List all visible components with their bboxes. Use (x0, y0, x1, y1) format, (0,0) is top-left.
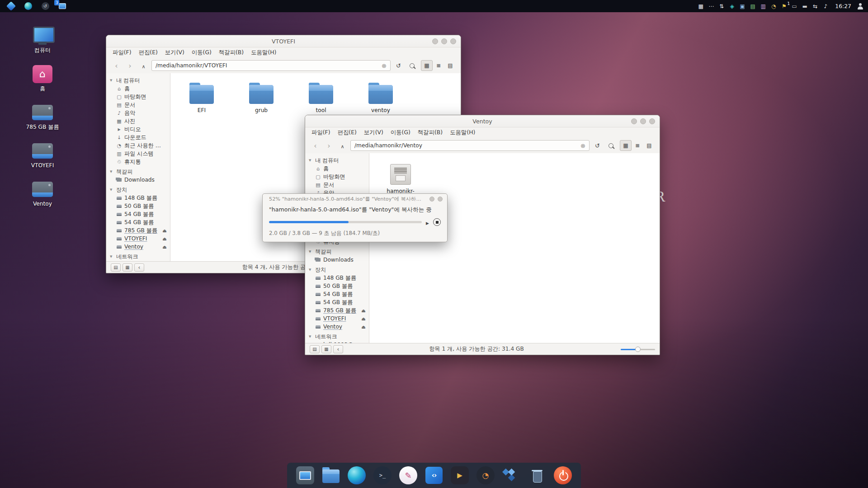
forward-button[interactable] (124, 60, 136, 71)
zoom-slider[interactable] (621, 346, 655, 352)
places-toggle-button[interactable] (310, 345, 320, 353)
sidebar-item[interactable]: 바탕화면 (106, 93, 170, 101)
list-view-button[interactable] (632, 140, 643, 151)
sidebar-item[interactable]: 내 컴퓨터 (106, 76, 170, 84)
expander-icon[interactable] (309, 333, 313, 340)
sidebar-item[interactable]: 홈 (106, 84, 170, 93)
close-button[interactable] (649, 118, 655, 124)
sidebar-item[interactable]: 네트워크 (106, 253, 170, 261)
sidebar-item[interactable]: 54 GB 볼륨 (106, 210, 170, 218)
sidebar-item[interactable]: Ventoy (106, 243, 170, 251)
desktop-icon-ventoy[interactable]: Ventoy (22, 174, 63, 207)
back-button[interactable] (310, 140, 321, 151)
compact-view-button[interactable] (643, 140, 655, 151)
sidebar-item[interactable]: 148 GB 볼륨 (106, 194, 170, 202)
sidebar-item[interactable]: 장치 (106, 186, 170, 194)
menu-item[interactable]: 파일(F) (109, 48, 135, 57)
icon-view-button[interactable] (421, 60, 433, 71)
eject-icon[interactable] (161, 244, 168, 249)
printer-icon[interactable] (791, 0, 797, 12)
menu-item[interactable]: 도움말(H) (247, 48, 280, 57)
sidebar-item[interactable]: 785 GB 볼륨 (305, 306, 369, 314)
menu-item[interactable]: 이동(G) (387, 128, 414, 137)
clock[interactable]: 16:27 (835, 3, 851, 9)
removable-media-icon[interactable] (802, 0, 808, 12)
user-icon[interactable] (857, 3, 863, 10)
dock-text-editor-icon[interactable] (398, 465, 418, 485)
input-language-icon[interactable]: 1 (781, 0, 787, 12)
maximize-button[interactable] (441, 38, 447, 44)
sidebar-item[interactable]: 음악 (106, 109, 170, 117)
search-button[interactable] (605, 140, 617, 151)
sidebar-item[interactable]: 54 GB 볼륨 (106, 218, 170, 226)
expander-icon[interactable] (110, 169, 114, 175)
clear-path-icon[interactable] (382, 62, 387, 69)
zoom-slider-handle[interactable] (635, 347, 641, 352)
sidebar-item[interactable]: 책갈피 (106, 168, 170, 176)
minimize-button[interactable] (432, 38, 438, 44)
minimize-button[interactable] (429, 197, 434, 202)
treeview-toggle-button[interactable] (321, 345, 331, 353)
file-item[interactable]: tool (302, 82, 340, 114)
sidebar-item[interactable]: 148 GB 볼륨 (305, 274, 369, 282)
titlebar[interactable]: VTOYEFI (106, 35, 461, 47)
menu-item[interactable]: 보기(V) (360, 128, 387, 137)
timer-icon[interactable] (770, 0, 777, 12)
expander-icon[interactable] (110, 77, 114, 84)
desktop-icon-volume-785[interactable]: 785 GB 볼륨 (22, 97, 63, 130)
menu-item[interactable]: 이동(G) (188, 48, 215, 57)
eject-icon[interactable] (360, 308, 367, 313)
minimize-button[interactable] (631, 118, 637, 124)
menu-item[interactable]: 파일(F) (308, 128, 334, 137)
path-input[interactable]: /media/hamonikr/Ventoy (350, 140, 590, 151)
dock-whale-browser-icon[interactable] (347, 465, 367, 485)
list-view-button[interactable] (433, 60, 444, 71)
up-button[interactable] (138, 60, 149, 71)
search-button[interactable] (406, 60, 418, 71)
expander-icon[interactable] (309, 267, 313, 273)
path-input[interactable]: /media/hamonikr/VTOYEFI (151, 60, 391, 71)
sidebar-item[interactable]: 54 GB 볼륨 (305, 290, 369, 298)
titlebar[interactable]: Ventoy (305, 115, 660, 127)
dock-files-icon[interactable] (321, 465, 341, 485)
dock-media-player-icon[interactable] (450, 465, 470, 485)
updown-arrows-icon[interactable] (718, 0, 725, 12)
expander-icon[interactable] (110, 253, 114, 260)
toggle-location-entry-button[interactable] (592, 140, 603, 151)
dock-vscode-icon[interactable] (424, 465, 444, 485)
file-area[interactable]: hamonikr-hanla-5.0-amd64.iso (369, 153, 660, 343)
desktop-icon-vtoyefi[interactable]: VTOYEFI (22, 135, 63, 169)
shield-icon[interactable] (729, 0, 735, 12)
compact-view-button[interactable] (444, 60, 456, 71)
desktop-icon-computer[interactable]: 컴퓨터 (22, 20, 63, 53)
eject-icon[interactable] (161, 228, 168, 233)
sidebar-item[interactable]: 비디오 (106, 125, 170, 133)
close-button[interactable] (438, 197, 443, 202)
toggle-location-entry-button[interactable] (393, 60, 404, 71)
sidebar-item[interactable]: 휴지통 (106, 158, 170, 166)
forward-button[interactable] (323, 140, 335, 151)
collapse-sidebar-button[interactable] (333, 345, 343, 353)
sidebar-item[interactable]: 네트워크 (305, 333, 369, 341)
back-button[interactable] (111, 60, 122, 71)
menu-item[interactable]: 편집(E) (334, 128, 360, 137)
window-list-icon[interactable]: 3 (58, 2, 67, 11)
whale-browser-icon[interactable] (24, 2, 33, 11)
sidebar-item[interactable]: 문서 (305, 181, 369, 189)
volume-icon[interactable] (822, 0, 829, 12)
sidebar-item[interactable]: 사진 (106, 117, 170, 125)
pause-button[interactable] (426, 218, 429, 226)
display-settings-icon[interactable] (739, 0, 745, 12)
clear-path-icon[interactable] (580, 142, 585, 149)
expander-icon[interactable] (309, 157, 313, 164)
sidebar-item[interactable]: 홈 (305, 164, 369, 173)
dock-terminal-icon[interactable] (373, 465, 392, 485)
menu-item[interactable]: 책갈피(B) (414, 128, 446, 137)
sidebar-item[interactable]: VTOYEFI (106, 235, 170, 243)
sidebar-item[interactable]: Downloads (106, 176, 170, 184)
menu-item[interactable]: 편집(E) (135, 48, 161, 57)
dialog-titlebar[interactable]: 52% "hamonikr-hanla-5.0-amd64.iso"를 "Ven… (263, 194, 447, 204)
more-options-icon[interactable] (708, 0, 714, 12)
sidebar-item[interactable]: 54 GB 볼륨 (305, 298, 369, 306)
sidebar-item[interactable]: VTOYEFI (305, 314, 369, 323)
